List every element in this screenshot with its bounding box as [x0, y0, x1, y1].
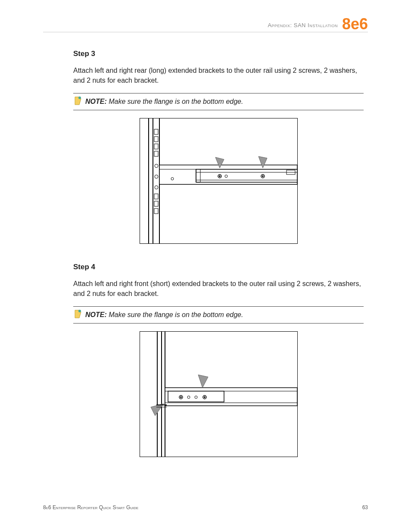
svg-point-35 [180, 396, 182, 398]
note-icon [73, 96, 83, 107]
step3-note: NOTE: Make sure the flange is on the bot… [73, 93, 364, 110]
step4-title: Step 4 [73, 263, 364, 271]
svg-point-0 [78, 96, 81, 99]
step4-note: NOTE: Make sure the flange is on the bot… [73, 306, 364, 324]
svg-rect-7 [154, 151, 158, 156]
svg-rect-12 [154, 201, 158, 206]
step3-title: Step 3 [73, 50, 364, 58]
footer-left: 8e6 Enterprise Reporter Quick Start Guid… [43, 504, 138, 510]
step4-note-label: NOTE: [85, 311, 107, 318]
step4-note-text: Make sure the flange is on the bottom ed… [107, 311, 243, 318]
header-logo: 8e6 [342, 17, 368, 31]
svg-rect-5 [154, 137, 158, 142]
svg-point-21 [219, 175, 221, 177]
page-footer: 8e6 Enterprise Reporter Quick Start Guid… [43, 504, 368, 510]
step3-note-label: NOTE: [85, 98, 107, 105]
page-header: Appendix: SAN Installation 8e6 [43, 17, 368, 32]
svg-rect-4 [154, 129, 158, 134]
footer-page-number: 63 [362, 504, 368, 510]
svg-rect-6 [154, 144, 158, 149]
svg-point-10 [155, 186, 158, 189]
svg-rect-11 [154, 194, 158, 199]
step3-note-text: Make sure the flange is on the bottom ed… [107, 98, 243, 105]
step3-body: Attach left and right rear (long) extend… [73, 66, 364, 85]
header-appendix-text: Appendix: SAN Installation [268, 22, 338, 31]
svg-rect-13 [154, 208, 158, 214]
svg-point-8 [155, 164, 158, 168]
svg-point-9 [155, 175, 158, 178]
step4-diagram [73, 331, 364, 459]
svg-point-26 [78, 310, 81, 312]
svg-point-24 [262, 175, 264, 177]
svg-rect-33 [168, 391, 224, 402]
step4-body: Attach left and right front (short) exte… [73, 279, 364, 299]
note-icon [73, 309, 83, 320]
svg-point-39 [204, 396, 206, 398]
step3-diagram [73, 118, 364, 246]
